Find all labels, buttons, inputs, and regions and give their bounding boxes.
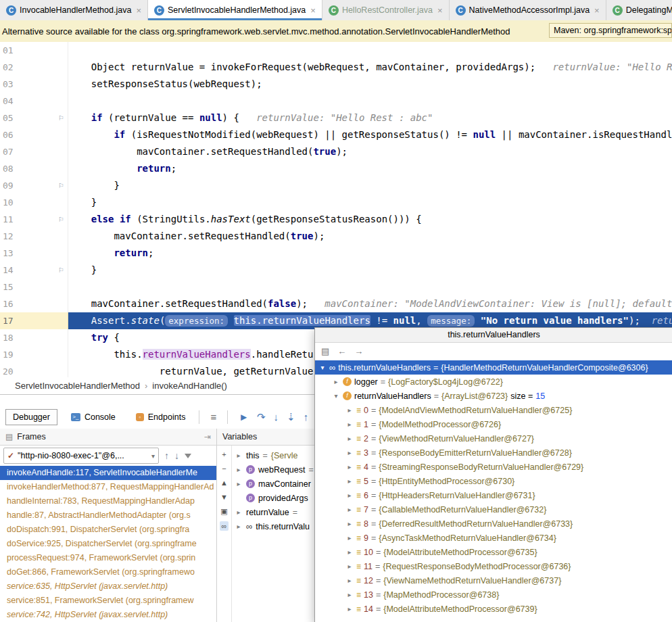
previous-frame-icon[interactable]: ↑ [164,450,169,461]
chevron-right-icon[interactable]: ▸ [235,523,243,530]
editor-gutter[interactable]: 20 [0,363,68,377]
code-line[interactable]: 09⚐ } [0,177,672,194]
editor-gutter[interactable]: 09⚐ [0,177,68,194]
show-watches-icon[interactable]: ∞ [220,521,229,531]
editor-tab[interactable]: CHelloRestController.java× [322,0,450,20]
tree-row[interactable]: ▸≡3 = {ResponseBodyEmitterReturnValueHan… [315,446,672,460]
editor-gutter[interactable]: 02 [0,59,68,76]
stack-frame[interactable]: service:635, HttpServlet (javax.servlet.… [0,579,216,594]
add-watch-icon[interactable]: + [222,450,226,458]
chevron-right-icon[interactable]: ▸ [235,480,243,487]
chevron-down-icon[interactable]: ▾ [318,364,327,371]
stack-frame[interactable]: processRequest:974, FrameworkServlet (or… [0,551,216,565]
close-icon[interactable]: × [594,5,600,16]
chevron-right-icon[interactable]: ▸ [345,449,354,456]
code-text[interactable]: return; [68,160,672,177]
toolwindow-tab-debugger[interactable]: Debugger [5,409,57,425]
stack-frame[interactable]: handle:87, AbstractHandlerMethodAdapter … [0,508,216,523]
stack-frame[interactable]: doGet:866, FrameworkServlet (org.springf… [0,565,216,579]
tree-row[interactable]: ▸≡11 = {RequestResponseBodyMethodProcess… [315,559,672,573]
chevron-right-icon[interactable]: ▸ [235,466,243,473]
tree-row[interactable]: ▸≡5 = {HttpEntityMethodProcessor@6730} [315,474,672,488]
editor-tab[interactable]: CServletInvocableHandlerMethod.java× [148,0,322,20]
chevron-right-icon[interactable]: ▸ [345,406,354,414]
tree-row[interactable]: ▸≡9 = {AsyncTaskMethodReturnValueHandler… [315,531,672,545]
tree-row[interactable]: ▸≡13 = {MapMethodProcessor@6738} [315,588,672,602]
stack-frame[interactable]: service:851, FrameworkServlet (org.sprin… [0,594,216,608]
chevron-right-icon[interactable]: ▸ [345,591,354,598]
chevron-right-icon[interactable]: ▸ [345,421,354,428]
code-text[interactable]: if (returnValue == null) { returnValue: … [68,110,672,126]
step-into-icon[interactable]: ↓ [270,411,283,423]
chevron-right-icon[interactable]: ▸ [345,477,354,485]
editor-gutter[interactable]: 08 [0,160,68,177]
code-line[interactable]: 07 mavContainer.setRequestHandled(true); [0,143,672,160]
close-icon[interactable]: × [136,5,141,16]
editor-gutter[interactable]: 05⚐ [0,110,68,126]
stack-frame[interactable]: invokeAndHandle:117, ServletInvocableHan… [0,466,216,480]
breadcrumb-method[interactable]: invokeAndHandle() [152,381,227,391]
chevron-right-icon[interactable]: ▸ [345,605,354,613]
tree-row[interactable]: ▸flogger = {LogFactory$Log4jLog@6722} [315,375,672,389]
code-text[interactable]: } [68,194,672,211]
editor-gutter[interactable]: 12 [0,228,68,245]
tree-row[interactable]: ▾freturnValueHandlers = {ArrayList@6723}… [315,389,672,403]
thread-dropdown[interactable]: ✓ "http-nio-8080-exec-1"@6,... ▾ [3,448,159,464]
chevron-right-icon[interactable]: ▸ [345,520,354,527]
move-watch-up-icon[interactable]: ▲ [220,479,228,487]
code-line[interactable]: 10 } [0,194,672,211]
code-line[interactable]: 11⚐ else if (StringUtils.hasText(getResp… [0,211,672,228]
tree-row[interactable]: ▸≡14 = {ModelAttributeMethodProcessor@67… [315,602,672,616]
back-icon[interactable]: ← [337,346,346,356]
toolwindow-tab-console[interactable]: >_Console [64,410,122,425]
tree-row[interactable]: ▸≡10 = {ModelAttributeMethodProcessor@67… [315,545,672,559]
editor-gutter[interactable]: 16 [0,295,68,312]
code-text[interactable] [68,42,672,59]
stack-frame[interactable]: invokeHandlerMethod:877, RequestMappingH… [0,480,216,494]
panel-menu-icon[interactable]: ⇥ [204,432,211,441]
editor-gutter[interactable]: 07 [0,143,68,160]
chevron-right-icon[interactable]: ▸ [345,463,354,471]
editor-gutter[interactable]: 10 [0,194,68,211]
editor-gutter[interactable]: 11⚐ [0,211,68,228]
tree-row[interactable]: ▾∞this.returnValueHandlers = {HandlerMet… [315,360,672,375]
code-text[interactable]: } [68,177,672,194]
show-execution-point-icon[interactable]: ► [235,411,253,423]
code-text[interactable] [68,93,672,110]
chevron-right-icon[interactable]: ▸ [345,577,354,584]
code-text[interactable]: mavContainer.setRequestHandled(false); m… [68,295,672,312]
stack-frame[interactable]: doService:925, DispatcherServlet (org.sp… [0,537,216,551]
close-icon[interactable]: × [310,5,316,16]
chevron-right-icon[interactable]: ▸ [235,508,243,516]
code-line[interactable]: 16 mavContainer.setRequestHandled(false)… [0,295,672,312]
close-icon[interactable]: × [437,5,443,16]
editor-gutter[interactable]: 01 [0,42,68,59]
stack-frame[interactable]: doDispatch:991, DispatcherServlet (org.s… [0,523,216,537]
next-frame-icon[interactable]: ↓ [174,450,179,461]
tree-row[interactable]: ▸≡2 = {ViewMethodReturnValueHandler@6727… [315,431,672,446]
code-line[interactable]: 06 if (isRequestNotModified(webRequest) … [0,126,672,143]
step-out-icon[interactable]: ↑ [299,411,313,423]
code-text[interactable]: Object returnValue = invokeForRequest(we… [68,59,672,76]
tree-row[interactable]: ▸≡0 = {ModelAndViewMethodReturnValueHand… [315,403,672,417]
editor-gutter[interactable]: 15 [0,279,68,295]
code-line[interactable]: 08 return; [0,160,672,177]
code-text[interactable]: else if (StringUtils.hasText(getResponse… [68,211,672,228]
code-text[interactable]: return; [68,245,672,262]
code-text[interactable]: } [68,262,672,279]
tree-row[interactable]: ▸≡4 = {StreamingResponseBodyReturnValueH… [315,460,672,474]
code-text[interactable]: if (isRequestNotModified(webRequest) || … [68,126,672,143]
editor-tab[interactable]: CDelegatingMethodAccessorImpl.java× [606,0,672,20]
chevron-right-icon[interactable]: ▸ [345,534,354,542]
chevron-right-icon[interactable]: ▸ [345,492,354,499]
duplicate-watch-icon[interactable]: ▣ [220,507,227,515]
code-line[interactable]: 15 [0,279,672,295]
code-text[interactable] [68,279,672,295]
filter-funnel-icon[interactable] [185,454,191,458]
step-over-icon[interactable]: ↷ [253,411,270,423]
code-text[interactable]: mavContainer.setRequestHandled(true); [68,228,672,245]
move-watch-down-icon[interactable]: ▼ [220,493,228,501]
editor-gutter[interactable]: 03 [0,76,68,93]
tree-row[interactable]: ▸≡6 = {HttpHeadersReturnValueHandler@673… [315,488,672,502]
code-line[interactable]: 03 setResponseStatus(webRequest); [0,76,672,93]
